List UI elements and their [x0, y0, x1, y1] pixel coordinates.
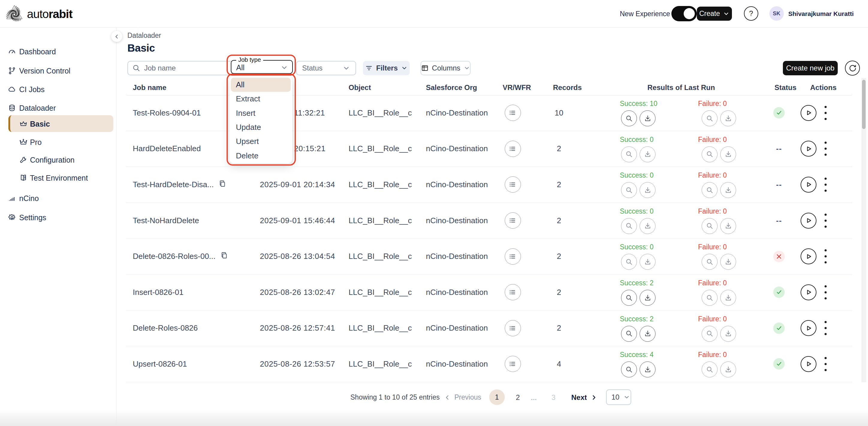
download-failure-button[interactable]	[720, 110, 736, 126]
more-actions-button[interactable]	[825, 106, 827, 120]
download-success-button[interactable]	[640, 290, 655, 306]
download-failure-button[interactable]	[720, 362, 736, 377]
more-actions-button[interactable]	[825, 321, 827, 335]
view-success-button[interactable]	[621, 182, 637, 198]
download-failure-button[interactable]	[720, 182, 736, 198]
sidebar-item-pro[interactable]: Pro	[0, 134, 116, 151]
view-success-button[interactable]	[621, 254, 637, 270]
page-button-2[interactable]: 2	[516, 393, 520, 402]
avatar[interactable]: SK	[769, 6, 784, 21]
vr-wfr-button[interactable]	[505, 212, 521, 229]
filters-button[interactable]: Filters	[363, 61, 410, 75]
next-page-button[interactable]: Next	[571, 393, 597, 402]
sidebar-item-ncino[interactable]: nCino	[0, 190, 116, 207]
refresh-button[interactable]	[845, 61, 860, 76]
column-header-salesforce-org[interactable]: Salesforce Org	[426, 83, 477, 92]
page-button-3[interactable]: 3	[552, 393, 555, 402]
status-select[interactable]: Status	[296, 61, 356, 75]
download-success-button[interactable]	[640, 182, 655, 198]
view-failure-button[interactable]	[702, 218, 717, 234]
run-job-button[interactable]	[801, 320, 816, 336]
copy-icon[interactable]	[220, 251, 228, 261]
column-header-results[interactable]: Results of Last Run	[647, 83, 715, 92]
job-name[interactable]: Test-NoHardDelete	[133, 216, 199, 225]
sidebar-item-settings[interactable]: Settings	[0, 209, 116, 226]
vr-wfr-button[interactable]	[505, 320, 521, 336]
scrollbar-thumb[interactable]	[862, 80, 866, 129]
download-success-button[interactable]	[640, 146, 655, 162]
more-actions-button[interactable]	[825, 178, 827, 192]
download-success-button[interactable]	[640, 254, 655, 270]
vr-wfr-button[interactable]	[505, 141, 521, 157]
download-failure-button[interactable]	[720, 290, 736, 306]
more-actions-button[interactable]	[825, 142, 827, 156]
create-new-job-button[interactable]: Create new job	[783, 61, 838, 75]
download-failure-button[interactable]	[720, 218, 736, 234]
vr-wfr-button[interactable]	[505, 105, 521, 121]
view-failure-button[interactable]	[702, 290, 717, 306]
column-header-actions[interactable]: Actions	[810, 83, 837, 92]
copy-icon[interactable]	[218, 180, 226, 190]
view-failure-button[interactable]	[702, 110, 717, 126]
column-header-status[interactable]: Status	[774, 83, 796, 92]
new-experience-toggle[interactable]	[671, 6, 697, 21]
vr-wfr-button[interactable]	[505, 284, 521, 300]
run-job-button[interactable]	[801, 248, 816, 264]
run-job-button[interactable]	[801, 356, 816, 372]
view-failure-button[interactable]	[702, 146, 717, 162]
sidebar-item-configuration[interactable]: Configuration	[0, 151, 116, 169]
vr-wfr-button[interactable]	[505, 356, 521, 372]
job-name[interactable]: Upsert-0826-01	[133, 360, 187, 369]
run-job-button[interactable]	[801, 177, 816, 193]
view-failure-button[interactable]	[702, 182, 717, 198]
job-name[interactable]: Test-HardDelete-Disa...	[133, 180, 214, 189]
run-job-button[interactable]	[801, 213, 816, 229]
job-name[interactable]: Insert-0826-01	[133, 288, 183, 297]
job-name[interactable]: Delete-Roles-0826	[133, 323, 198, 333]
run-job-button[interactable]	[801, 105, 816, 121]
view-failure-button[interactable]	[702, 362, 717, 377]
page-button-1[interactable]: 1	[489, 389, 505, 405]
view-failure-button[interactable]	[702, 326, 717, 342]
more-actions-button[interactable]	[825, 357, 827, 371]
sidebar-item-dashboard[interactable]: Dashboard	[0, 43, 116, 60]
sidebar-collapse-button[interactable]	[111, 31, 122, 42]
download-success-button[interactable]	[640, 326, 655, 342]
page-size-select[interactable]: 10	[606, 389, 631, 405]
view-success-button[interactable]	[621, 326, 637, 342]
more-actions-button[interactable]	[825, 285, 827, 300]
sidebar-item-basic[interactable]: Basic	[0, 115, 116, 133]
run-job-button[interactable]	[801, 284, 816, 300]
view-success-button[interactable]	[621, 362, 637, 377]
vr-wfr-button[interactable]	[505, 176, 521, 193]
view-success-button[interactable]	[621, 110, 637, 126]
breadcrumb[interactable]: Dataloader	[127, 31, 161, 39]
view-success-button[interactable]	[621, 146, 637, 162]
job-name[interactable]: HardDeleteEnabled	[133, 144, 201, 153]
download-success-button[interactable]	[640, 362, 655, 377]
download-failure-button[interactable]	[720, 254, 736, 270]
sidebar-item-dataloader[interactable]: Dataloader	[0, 99, 116, 117]
column-header-records[interactable]: Records	[553, 83, 582, 92]
more-actions-button[interactable]	[825, 214, 827, 228]
job-name-search-input[interactable]: Job name	[127, 61, 238, 75]
job-name[interactable]: Test-Roles-0904-01	[133, 108, 201, 118]
job-name[interactable]: Delete-0826-Roles-00...	[133, 252, 216, 261]
run-job-button[interactable]	[801, 141, 816, 157]
view-success-button[interactable]	[621, 218, 637, 234]
create-button[interactable]: Create	[697, 7, 732, 21]
sidebar-item-version-control[interactable]: Version Control	[0, 62, 116, 80]
column-header-vr-wfr[interactable]: VR/WFR	[503, 83, 531, 92]
download-success-button[interactable]	[640, 110, 655, 126]
download-success-button[interactable]	[640, 218, 655, 234]
sidebar-item-ci-jobs[interactable]: CI Jobs	[0, 81, 116, 98]
download-failure-button[interactable]	[720, 326, 736, 342]
previous-page-button[interactable]: Previous	[444, 393, 481, 401]
vr-wfr-button[interactable]	[505, 248, 521, 264]
view-success-button[interactable]	[621, 290, 637, 306]
help-button[interactable]: ?	[744, 6, 758, 21]
view-failure-button[interactable]	[702, 254, 717, 270]
download-failure-button[interactable]	[720, 146, 736, 162]
column-header-object[interactable]: Object	[348, 83, 371, 92]
more-actions-button[interactable]	[825, 249, 827, 263]
